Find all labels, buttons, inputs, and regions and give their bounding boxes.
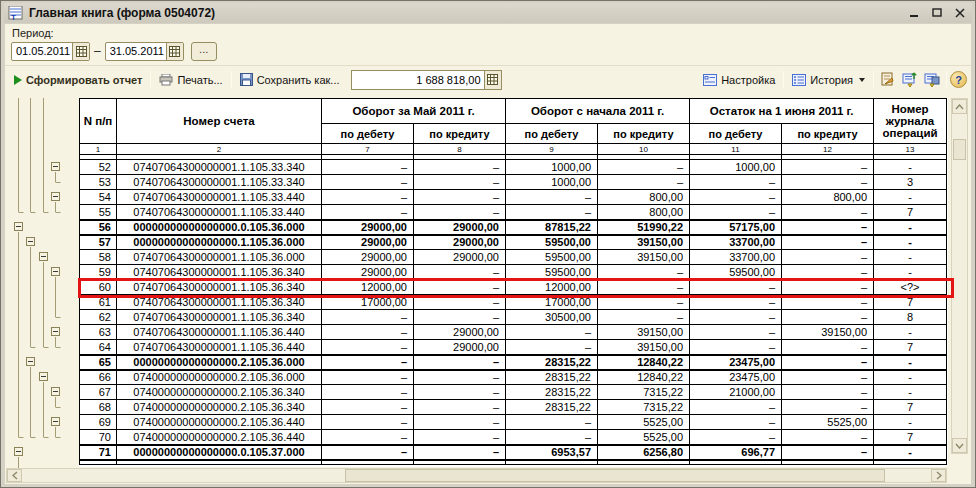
account-cell[interactable]: 07400000000000000.2.105.36.340 [117, 400, 322, 415]
table-row[interactable]: 7100000000000000000.0.105.37.000––6953,5… [80, 445, 947, 460]
row-number-cell[interactable]: 69 [80, 415, 117, 430]
amount-cell[interactable]: – [506, 190, 598, 205]
amount-cell[interactable]: – [782, 385, 874, 400]
row-number-cell[interactable]: 65 [80, 355, 117, 370]
amount-cell[interactable]: 33700,00 [690, 250, 782, 265]
account-cell[interactable]: 07407064300000001.1.105.33.340 [117, 175, 322, 190]
amount-cell[interactable]: – [782, 250, 874, 265]
account-cell[interactable]: 00000000000000000.1.105.36.000 [117, 235, 322, 250]
table-row[interactable]: 6107407064300000001.1.105.36.34017000,00… [80, 295, 947, 310]
amount-cell[interactable]: 39150,00 [598, 340, 690, 355]
journal-cell[interactable]: 3 [874, 175, 947, 190]
row-number-cell[interactable]: 61 [80, 295, 117, 310]
amount-cell[interactable]: – [322, 445, 414, 460]
amount-cell[interactable]: – [414, 355, 506, 370]
account-cell[interactable]: 07400000000000000.2.105.36.340 [117, 385, 322, 400]
amount-cell[interactable]: – [322, 325, 414, 340]
amount-cell[interactable]: 59500,00 [506, 235, 598, 250]
amount-cell[interactable]: 12000,00 [506, 280, 598, 295]
amount-cell[interactable]: 696,77 [690, 445, 782, 460]
maximize-button[interactable] [930, 7, 943, 19]
table-row[interactable]: 6707400000000000000.2.105.36.340––28315,… [80, 385, 947, 400]
account-cell[interactable]: 07407064300000001.1.105.36.340 [117, 295, 322, 310]
table-row[interactable]: 6607400000000000000.2.105.36.000––28315,… [80, 370, 947, 385]
amount-cell[interactable]: – [782, 235, 874, 250]
row-number-cell[interactable]: 52 [80, 160, 117, 175]
amount-cell[interactable]: 59500,00 [690, 265, 782, 280]
journal-cell[interactable]: - [874, 235, 947, 250]
journal-cell[interactable]: - [874, 250, 947, 265]
row-number-cell[interactable]: 60 [80, 280, 117, 295]
group-collapse-toggle[interactable] [51, 417, 60, 426]
amount-cell[interactable]: 5525,00 [598, 430, 690, 445]
row-number-cell[interactable]: 59 [80, 265, 117, 280]
amount-cell[interactable]: 29000,00 [414, 340, 506, 355]
amount-cell[interactable]: – [690, 415, 782, 430]
amount-cell[interactable]: 29000,00 [322, 235, 414, 250]
vertical-scrollbar[interactable] [951, 98, 968, 454]
amount-cell[interactable]: – [322, 385, 414, 400]
amount-cell[interactable]: 30500,00 [506, 310, 598, 325]
amount-cell[interactable]: – [322, 415, 414, 430]
scroll-right-icon[interactable] [931, 469, 946, 482]
amount-cell[interactable]: 12840,22 [598, 370, 690, 385]
amount-cell[interactable]: – [414, 295, 506, 310]
amount-cell[interactable]: – [322, 370, 414, 385]
account-cell[interactable]: 00000000000000000.0.105.36.000 [117, 220, 322, 235]
table-row[interactable]: 6907400000000000000.2.105.36.440–––5525,… [80, 415, 947, 430]
amount-cell[interactable]: – [782, 280, 874, 295]
amount-cell[interactable]: – [506, 205, 598, 220]
group-collapse-toggle[interactable] [26, 237, 35, 246]
group-collapse-toggle[interactable] [51, 192, 60, 201]
amount-cell[interactable]: – [782, 160, 874, 175]
amount-cell[interactable]: – [690, 325, 782, 340]
amount-cell[interactable]: 7315,22 [598, 385, 690, 400]
journal-cell[interactable]: - [874, 370, 947, 385]
table-row[interactable]: 6407407064300000001.1.105.36.440–29000,0… [80, 340, 947, 355]
amount-cell[interactable]: 23475,00 [690, 355, 782, 370]
amount-cell[interactable]: – [598, 265, 690, 280]
amount-cell[interactable]: – [414, 415, 506, 430]
table-row[interactable]: 5207407064300000001.1.105.33.340––1000,0… [80, 160, 947, 175]
journal-cell[interactable]: 7 [874, 340, 947, 355]
amount-cell[interactable]: – [322, 205, 414, 220]
journal-cell[interactable]: 7 [874, 205, 947, 220]
table-row[interactable]: 6500000000000000000.2.105.36.000––28315,… [80, 355, 947, 370]
minimize-button[interactable] [907, 7, 920, 19]
account-cell[interactable]: 07407064300000001.1.105.36.340 [117, 280, 322, 295]
journal-cell[interactable]: - [874, 190, 947, 205]
table-row[interactable]: 5907407064300000001.1.105.36.34029000,00… [80, 265, 947, 280]
journal-cell[interactable]: - [874, 445, 947, 460]
scroll-up-icon[interactable] [952, 99, 967, 114]
amount-cell[interactable]: – [690, 400, 782, 415]
amount-cell[interactable]: – [690, 310, 782, 325]
amount-cell[interactable]: 21000,00 [690, 385, 782, 400]
table-row[interactable]: 5600000000000000000.0.105.36.00029000,00… [80, 220, 947, 235]
amount-cell[interactable]: – [322, 340, 414, 355]
journal-cell[interactable]: 7 [874, 400, 947, 415]
amount-cell[interactable]: – [506, 325, 598, 340]
amount-cell[interactable]: – [690, 280, 782, 295]
amount-cell[interactable]: 23475,00 [690, 370, 782, 385]
journal-cell[interactable]: - [874, 220, 947, 235]
amount-cell[interactable]: 59500,00 [506, 250, 598, 265]
amount-cell[interactable]: – [414, 280, 506, 295]
save-settings-button[interactable] [921, 70, 943, 90]
row-number-cell[interactable]: 63 [80, 325, 117, 340]
account-cell[interactable]: 00000000000000000.0.105.37.000 [117, 445, 322, 460]
amount-cell[interactable]: – [414, 160, 506, 175]
amount-cell[interactable]: 6256,80 [598, 445, 690, 460]
amount-cell[interactable]: – [414, 385, 506, 400]
table-row[interactable]: 6007407064300000001.1.105.36.34012000,00… [80, 280, 947, 295]
amount-cell[interactable]: – [598, 160, 690, 175]
horizontal-scroll-thumb[interactable] [345, 469, 885, 482]
generate-report-button[interactable]: Сформировать отчет [9, 71, 147, 89]
group-collapse-toggle[interactable] [14, 222, 23, 231]
amount-cell[interactable]: – [782, 265, 874, 280]
row-number-cell[interactable]: 58 [80, 250, 117, 265]
amount-cell[interactable]: – [414, 430, 506, 445]
amount-cell[interactable]: – [506, 340, 598, 355]
group-collapse-toggle[interactable] [51, 162, 60, 171]
amount-cell[interactable]: – [414, 400, 506, 415]
row-number-cell[interactable]: 55 [80, 205, 117, 220]
